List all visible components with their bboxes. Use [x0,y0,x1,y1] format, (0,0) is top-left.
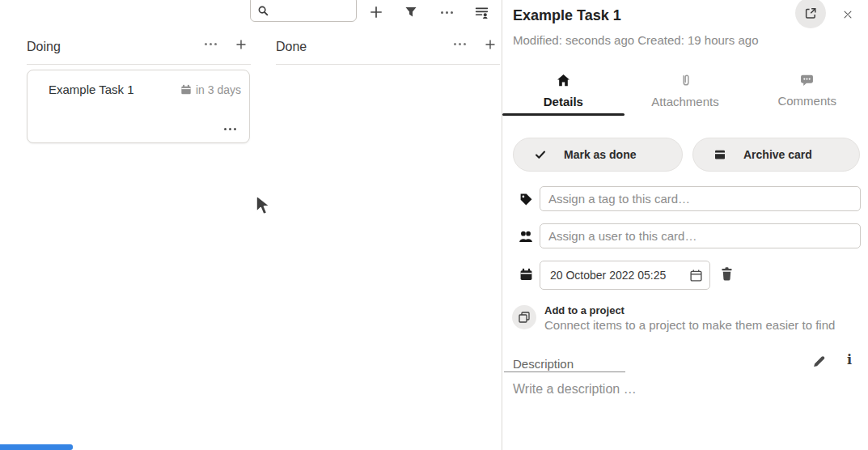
info-button[interactable]: i [841,351,857,367]
ellipsis-icon [441,11,453,14]
filter-icon [404,6,417,19]
tag-icon [519,192,533,206]
info-icon: i [847,352,852,367]
card-detail-panel: Example Task 1 Modified: seconds ago Cre… [502,0,868,450]
column-menu-button[interactable] [452,41,468,47]
due-date-field[interactable] [540,261,710,290]
column-add-card-button[interactable] [482,36,498,53]
calendar-outline-icon [689,269,703,282]
column-divider [27,64,251,65]
archive-icon [713,148,726,161]
remove-due-date-button[interactable] [719,266,735,282]
column-add-card-button[interactable] [233,36,249,53]
users-icon [519,229,533,244]
mark-as-done-label: Mark as done [564,148,636,161]
assign-user-input[interactable] [540,223,861,248]
tab-attachments[interactable]: Attachments [625,68,747,116]
due-date-input[interactable] [548,268,689,282]
panel-title: Example Task 1 [513,7,621,24]
archive-card-button[interactable]: Archive card [692,138,860,172]
view-switch-button[interactable] [470,2,493,23]
mark-as-done-button[interactable]: Mark as done [513,138,683,172]
pencil-icon [812,354,826,368]
close-icon [844,8,852,21]
card-menu-button[interactable] [222,126,238,132]
tab-comments[interactable]: Comments [746,68,868,116]
description-placeholder[interactable]: Write a description … [513,382,637,397]
search-icon [257,5,269,17]
mouse-cursor [254,194,271,217]
assign-tag-input[interactable] [540,186,861,211]
column-done: Done [276,32,500,62]
ellipsis-icon [205,43,217,45]
column-menu-button[interactable] [203,41,218,47]
close-panel-button[interactable] [839,6,857,23]
add-card-button[interactable] [365,2,387,23]
add-to-project-subtitle: Connect items to a project to make them … [544,318,835,332]
ellipsis-icon [224,128,236,130]
detail-tabs: Details Attachments Comments [502,68,868,116]
search-text-field[interactable] [269,2,356,17]
filter-button[interactable] [400,2,422,23]
more-options-button[interactable] [435,2,458,23]
ellipsis-icon [454,43,466,45]
archive-card-label: Archive card [743,148,812,161]
column-header: Doing [27,32,251,62]
calendar-icon [519,267,533,282]
tab-details[interactable]: Details [502,68,625,116]
tab-label: Details [544,95,583,108]
tab-label: Attachments [651,95,718,108]
description-divider [504,371,625,372]
popout-button[interactable] [795,0,826,28]
plus-icon [235,38,248,51]
external-link-icon [804,6,818,20]
edit-description-button[interactable] [811,353,828,370]
comment-icon [800,74,814,87]
card-due-badge: in 3 days [180,83,241,96]
column-doing: Doing Example Task 1 in 3 days [27,32,251,62]
card-due-label: in 3 days [196,83,241,96]
stacked-windows-icon [518,311,531,324]
card-title: Example Task 1 [49,83,134,96]
add-to-project-row[interactable]: Add to a project Connect items to a proj… [512,304,860,337]
tab-label: Comments [777,94,836,108]
add-to-project-title: Add to a project [544,304,625,316]
check-icon [534,148,547,161]
open-calendar-button[interactable] [689,269,703,282]
project-badge [512,305,536,329]
task-card[interactable]: Example Task 1 in 3 days [27,70,250,143]
paperclip-icon [680,74,692,87]
column-header: Done [276,32,500,62]
panel-meta: Modified: seconds ago Created: 19 hours … [513,33,759,47]
plus-icon [484,38,497,51]
list-person-icon [475,6,489,19]
plus-icon [369,5,383,19]
home-icon [557,74,570,87]
calendar-icon [180,84,192,96]
column-title: Done [276,40,307,54]
description-label: Description [513,357,574,371]
column-title: Doing [27,40,61,54]
search-input[interactable] [250,0,357,22]
column-divider [276,64,500,65]
kanban-app-window: Doing Example Task 1 in 3 days [0,0,868,450]
trash-icon [719,266,735,282]
horizontal-scrollbar[interactable] [0,444,73,450]
board-area: Doing Example Task 1 in 3 days [0,0,502,450]
